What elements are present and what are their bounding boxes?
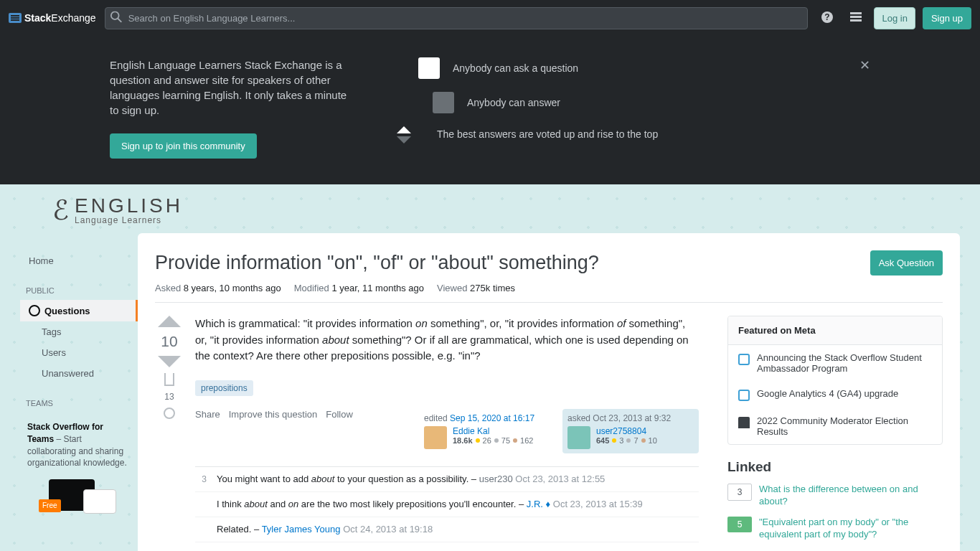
avatar[interactable] xyxy=(567,426,590,449)
globe-icon xyxy=(29,305,40,316)
upvote-button[interactable] xyxy=(158,316,181,327)
linked-title: "Equivalent part on my body" or "the equ… xyxy=(759,517,943,541)
comment-score xyxy=(195,498,207,511)
stackexchange-icon xyxy=(9,13,22,23)
search-input[interactable] xyxy=(105,7,809,29)
question-body: Which is grammatical: "it provides infor… xyxy=(195,316,699,364)
comment-row: Related. – Tyler James Young Oct 24, 201… xyxy=(195,517,699,542)
linked-title: What is the difference between on and ab… xyxy=(759,484,943,508)
meta-item[interactable]: Announcing the Stack Overflow Student Am… xyxy=(728,345,942,381)
ask-icon xyxy=(418,57,440,79)
nav-users[interactable]: Users xyxy=(20,342,138,363)
brand-bold: Stack xyxy=(24,12,51,24)
stackexchange-logo[interactable]: StackExchange xyxy=(9,12,96,24)
svg-text:?: ? xyxy=(825,12,830,22)
nav-section-public: PUBLIC xyxy=(20,281,138,300)
nav-section-teams: TEAMS xyxy=(20,394,138,413)
vote-score: 10 xyxy=(161,333,177,350)
comment-body: Related. – Tyler James Young Oct 24, 201… xyxy=(217,523,699,536)
avatar[interactable] xyxy=(424,426,447,449)
linked-score: 3 xyxy=(727,484,752,501)
answer-icon xyxy=(433,92,454,113)
comment-body: I think about and on are the two most li… xyxy=(217,498,699,511)
comment-author[interactable]: Tyler James Young xyxy=(262,524,341,534)
left-nav: Home PUBLIC Questions Tags Users Unanswe… xyxy=(20,233,138,551)
teams-promo: Stack Overflow for Teams – Start collabo… xyxy=(20,413,138,515)
ask-question-button[interactable]: Ask Question xyxy=(870,250,943,276)
asked-meta: Asked 8 years, 10 months ago xyxy=(155,283,281,293)
brand-light: Exchange xyxy=(51,12,95,24)
history-icon[interactable] xyxy=(164,408,175,419)
asker-rep: 645 xyxy=(596,436,609,445)
hero-ask-text: Anybody can ask a question xyxy=(453,62,578,74)
nav-tags[interactable]: Tags xyxy=(20,321,138,342)
signup-button[interactable]: Sign up xyxy=(923,7,971,29)
close-icon[interactable]: ✕ xyxy=(859,57,870,73)
hero-blurb: English Language Learners Stack Exchange… xyxy=(110,57,354,118)
comment-time[interactable]: Oct 24, 2013 at 19:18 xyxy=(343,524,433,534)
site-logo-main: ENGLISH xyxy=(75,196,183,216)
comment-body: You might want to add about to your ques… xyxy=(217,473,699,486)
tag-prepositions[interactable]: prepositions xyxy=(195,380,253,396)
comment-time[interactable]: Oct 23, 2013 at 15:39 xyxy=(553,499,643,509)
asker-card: asked Oct 23, 2013 at 9:32 user2758804 6… xyxy=(562,409,699,453)
search-wrapper xyxy=(105,7,809,29)
site-logo-sub: Language Learners xyxy=(75,216,183,225)
bookmark-icon[interactable] xyxy=(164,373,174,386)
nav-home[interactable]: Home xyxy=(20,250,138,271)
meta-item[interactable]: Google Analytics 4 (GA4) upgrade xyxy=(728,381,942,408)
viewed-meta: Viewed 275k times xyxy=(437,283,515,293)
downvote-button[interactable] xyxy=(158,356,181,367)
comment-row: I think about and on are the two most li… xyxy=(195,492,699,517)
meta-speech-icon xyxy=(738,390,750,401)
promo-card2-icon xyxy=(83,489,116,514)
join-button[interactable]: Sign up to join this community xyxy=(110,133,257,159)
promo-free-badge: Free xyxy=(39,499,61,512)
editor-card: edited Sep 15, 2020 at 16:17 Eddie Kal 1… xyxy=(419,409,555,453)
linked-score: 5 xyxy=(727,517,752,532)
share-link[interactable]: Share xyxy=(195,409,220,453)
linked-item[interactable]: 3What is the difference between on and a… xyxy=(727,484,943,508)
modified-meta[interactable]: Modified 1 year, 11 months ago xyxy=(294,283,424,293)
meta-link: Google Analytics 4 (GA4) upgrade xyxy=(757,388,898,399)
featured-header: Featured on Meta xyxy=(728,316,942,345)
comment-score: 3 xyxy=(195,473,207,486)
editor-name[interactable]: Eddie Kal xyxy=(453,426,533,436)
comment-author[interactable]: J.R. ♦ xyxy=(527,499,550,509)
editor-rep: 18.6k xyxy=(453,436,473,445)
meta-item[interactable]: 2022 Community Moderator Election Result… xyxy=(728,408,942,444)
follow-link[interactable]: Follow xyxy=(326,409,353,453)
comment-row: 3You might want to add about to your que… xyxy=(195,467,699,492)
ask-time: Oct 23, 2013 at 9:32 xyxy=(593,413,671,423)
meta-link: 2022 Community Moderator Election Result… xyxy=(757,415,932,437)
search-icon xyxy=(110,11,122,25)
question-title: Provide information "on", "of" or "about… xyxy=(155,250,599,276)
edit-time-link[interactable]: Sep 15, 2020 at 16:17 xyxy=(450,413,534,423)
hero-answer-text: Anybody can answer xyxy=(467,97,560,108)
nav-unanswered[interactable]: Unanswered xyxy=(20,363,138,384)
linked-header: Linked xyxy=(727,459,943,475)
login-button[interactable]: Log in xyxy=(874,7,915,29)
comment-time[interactable]: Oct 23, 2013 at 12:55 xyxy=(515,474,605,484)
svg-rect-3 xyxy=(850,16,862,18)
comment-score xyxy=(195,523,207,536)
svg-rect-4 xyxy=(850,19,862,22)
nav-questions[interactable]: Questions xyxy=(20,300,138,321)
vote-graphic xyxy=(397,126,411,143)
bookmark-count: 13 xyxy=(164,392,174,402)
asker-name[interactable]: user2758804 xyxy=(596,426,657,436)
help-icon[interactable]: ? xyxy=(816,6,838,30)
meta-speech-icon xyxy=(738,354,750,365)
meta-link: Announcing the Stack Overflow Student Am… xyxy=(757,352,932,374)
comment-author[interactable]: user230 xyxy=(479,474,513,484)
nav-questions-label: Questions xyxy=(44,306,90,316)
svg-rect-2 xyxy=(850,12,862,14)
meta-site-icon xyxy=(738,417,750,428)
site-logo-mark: ℰ xyxy=(52,194,69,226)
sites-icon[interactable] xyxy=(845,6,867,30)
linked-item[interactable]: 5"Equivalent part on my body" or "the eq… xyxy=(727,517,943,541)
hero-best-text: The best answers are voted up and rise t… xyxy=(437,128,658,142)
improve-link[interactable]: Improve this question xyxy=(229,409,318,453)
site-logo[interactable]: ℰ ENGLISH Language Learners xyxy=(52,194,928,226)
